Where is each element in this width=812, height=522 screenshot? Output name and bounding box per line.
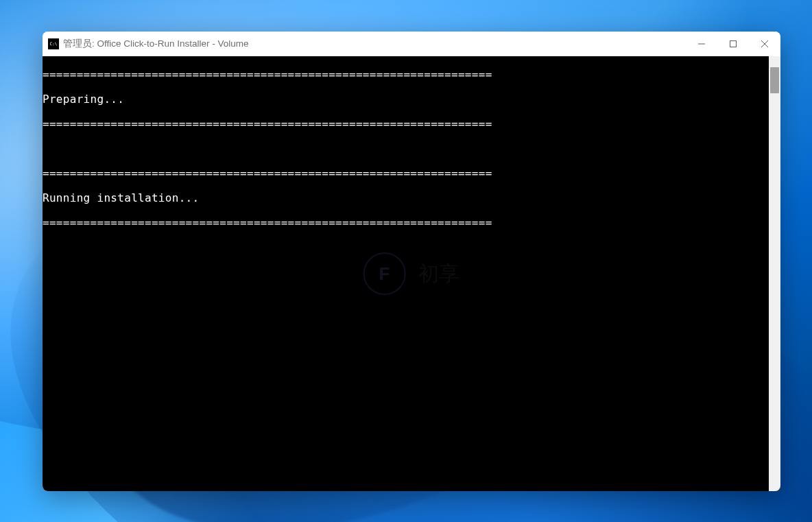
maximize-icon [730, 40, 737, 47]
vertical-scrollbar[interactable] [769, 56, 780, 491]
console-area: ========================================… [43, 56, 780, 491]
svg-rect-1 [730, 41, 737, 47]
scrollbar-thumb[interactable] [770, 67, 779, 93]
console-window: 管理员: Office Click-to-Run Installer - Vol… [43, 32, 780, 491]
minimize-icon [698, 40, 705, 47]
watermark-logo-circle: F [363, 252, 406, 295]
titlebar[interactable]: 管理员: Office Click-to-Run Installer - Vol… [43, 32, 780, 56]
maximize-button[interactable] [717, 32, 749, 56]
console-line: ========================================… [43, 217, 769, 229]
window-title: 管理员: Office Click-to-Run Installer - Vol… [63, 38, 686, 50]
window-controls [686, 32, 780, 56]
watermark: F 初享 [363, 252, 460, 295]
minimize-button[interactable] [686, 32, 717, 56]
watermark-logo-letter: F [379, 268, 390, 280]
console-line: Preparing... [43, 93, 769, 106]
console-line: Running installation... [43, 192, 769, 204]
console-line: ========================================… [43, 167, 769, 180]
console-line: ========================================… [43, 69, 769, 81]
close-icon [761, 40, 768, 47]
console-line: ========================================… [43, 118, 769, 130]
watermark-text: 初享 [418, 268, 460, 280]
close-button[interactable] [749, 32, 780, 56]
cmd-icon [48, 38, 59, 49]
console-output[interactable]: ========================================… [43, 56, 769, 491]
